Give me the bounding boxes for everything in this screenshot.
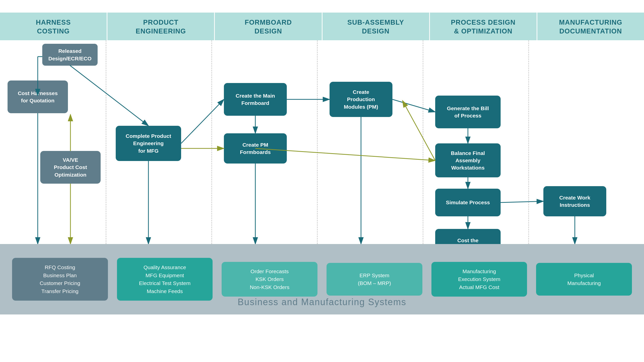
create-main-formboard-box: Create the Main Formboard [224, 83, 287, 116]
sys-box-mes: Manufacturing Execution System Actual MF… [431, 262, 527, 297]
cost-harnesses-box: Cost Harnesses for Quotation [8, 81, 68, 113]
top-spacer [0, 0, 644, 13]
complete-product-box: Complete Product Engineering for MFG [116, 126, 181, 161]
sys-box-quality: Quality Assurance MFG Equipment Electric… [117, 258, 213, 301]
sys-box-rfq: RFQ Costing Business Plan Customer Prici… [12, 258, 108, 301]
svg-line-9 [181, 99, 224, 143]
balance-final-box: Balance Final Assembly Workstations [435, 143, 501, 177]
create-work-instructions-box: Create Work Instructions [543, 186, 606, 216]
sys-box-physical: Physical Manufacturing [536, 263, 632, 296]
sys-box-order: Order Forecasts KSK Orders Non-KSK Order… [222, 262, 317, 297]
diagram-area: Released Design/ECR/ECO Cost Harnesses f… [0, 40, 644, 314]
create-production-modules-box: Create Production Modules (PM) [330, 82, 392, 117]
header-row: HARNESS COSTING PRODUCT ENGINEERING FORM… [0, 13, 644, 40]
page-wrapper: HARNESS COSTING PRODUCT ENGINEERING FORM… [0, 0, 644, 362]
svg-line-16 [403, 101, 435, 160]
header-col-manufacturing: MANUFACTURING DOCUMENTATION [537, 13, 644, 40]
simulate-process-box: Simulate Process [435, 189, 501, 216]
svg-line-21 [501, 201, 543, 203]
header-col-process: PROCESS DESIGN & OPTIMIZATION [430, 13, 537, 40]
header-col-harness: HARNESS COSTING [0, 13, 107, 40]
header-col-subassembly: SUB-ASSEMBLY DESIGN [323, 13, 430, 40]
vave-box: VA/VE Product Cost Optimization [40, 151, 101, 184]
generate-bill-box: Generate the Bill of Process [435, 96, 501, 128]
svg-line-3 [70, 65, 148, 126]
sys-box-erp: ERP System (BOM – MRP) [327, 263, 422, 296]
svg-line-15 [392, 99, 435, 112]
header-col-formboard: FORMBOARD DESIGN [215, 13, 322, 40]
header-col-product: PRODUCT ENGINEERING [107, 13, 215, 40]
released-design-box: Released Design/ECR/ECO [42, 44, 98, 66]
create-pm-formboards-box: Create PM Formboards [224, 133, 287, 164]
systems-label: Business and Manufacturing Systems [238, 297, 406, 307]
